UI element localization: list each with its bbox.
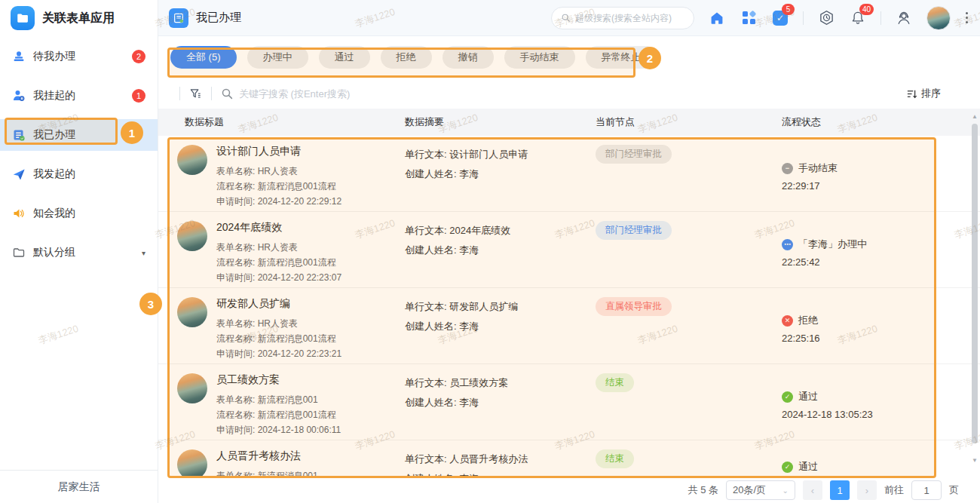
divider bbox=[211, 87, 212, 100]
notifications-button[interactable]: 40 bbox=[849, 9, 867, 27]
folder-outline-icon bbox=[12, 246, 26, 259]
current-page-button[interactable]: 1 bbox=[830, 480, 850, 500]
record-flow-name: 流程名称: 新流程消息001流程 bbox=[216, 179, 341, 194]
global-search-input[interactable] bbox=[575, 13, 684, 23]
status-label: 手动结束 bbox=[798, 161, 838, 175]
status-rejected-icon bbox=[782, 315, 793, 327]
page-size-value: 20条/页 bbox=[733, 483, 766, 497]
sidebar-item-cc[interactable]: 知会我的 bbox=[0, 198, 158, 229]
sidebar-item-todo[interactable]: 待我办理 2 bbox=[0, 41, 158, 72]
status-time: 2024-12-18 13:05:23 bbox=[782, 409, 980, 420]
next-page-button[interactable] bbox=[857, 480, 877, 500]
tab-rejected[interactable]: 拒绝 bbox=[381, 46, 432, 69]
record-form-name: 表单名称: HR人资表 bbox=[216, 240, 341, 255]
page-title: 我已办理 bbox=[196, 11, 241, 25]
filter-funnel-button[interactable] bbox=[189, 87, 202, 100]
table-row[interactable]: 人员晋升考核办法 表单名称: 新流程消息001 单行文本: 人员晋升考核办法 创… bbox=[158, 440, 980, 477]
tab-approved[interactable]: 通过 bbox=[319, 46, 370, 69]
goto-label: 前往 bbox=[884, 483, 904, 497]
current-node-badge: 结束 bbox=[596, 449, 634, 468]
user-avatar[interactable] bbox=[926, 6, 951, 30]
record-summary-line: 创建人姓名: 李海 bbox=[405, 164, 580, 184]
record-summary-line: 单行文本: 2024年底绩效 bbox=[405, 221, 580, 241]
app-logo-row: 关联表单应用 bbox=[0, 0, 158, 36]
sidebar-item-label: 我发起的 bbox=[33, 167, 75, 181]
table-row[interactable]: 研发部人员扩编 表单名称: HR人资表 流程名称: 新流程消息001流程 申请时… bbox=[158, 288, 980, 364]
scrollbar[interactable]: ▲ ▼ bbox=[971, 113, 978, 465]
record-avatar bbox=[177, 297, 207, 327]
sidebar-item-default-group[interactable]: 默认分组 ▾ bbox=[0, 237, 158, 268]
sidebar-item-label: 待我办理 bbox=[33, 50, 75, 63]
record-form-name: 表单名称: HR人资表 bbox=[216, 316, 341, 331]
record-apply-time: 申请时间: 2024-12-20 22:23:21 bbox=[216, 346, 341, 361]
table-row[interactable]: 2024年底绩效 表单名称: HR人资表 流程名称: 新流程消息001流程 申请… bbox=[158, 212, 980, 288]
tab-abnormal-end[interactable]: 异常终止 bbox=[586, 46, 657, 69]
attendance-clock-button[interactable] bbox=[817, 9, 835, 27]
prev-page-button[interactable] bbox=[803, 480, 822, 500]
sidebar-item-label: 我挂起的 bbox=[33, 89, 75, 103]
column-header-title: 数据标题 bbox=[177, 115, 390, 129]
divider bbox=[803, 11, 804, 25]
table-row[interactable]: 设计部门人员申请 表单名称: HR人资表 流程名称: 新流程消息001流程 申请… bbox=[158, 136, 980, 212]
page-form-icon bbox=[169, 8, 188, 28]
record-avatar bbox=[177, 145, 207, 175]
status-time: 22:29:17 bbox=[782, 180, 980, 192]
current-node-badge: 直属领导审批 bbox=[596, 297, 672, 316]
stamp-icon bbox=[12, 50, 26, 63]
home-button[interactable] bbox=[708, 9, 726, 27]
sort-label: 排序 bbox=[921, 87, 941, 100]
tasks-button[interactable]: 5 bbox=[771, 9, 789, 27]
status-label: 「李海」办理中 bbox=[798, 238, 867, 251]
chevron-down-icon[interactable]: ▾ bbox=[142, 249, 145, 257]
status-processing-icon bbox=[782, 239, 793, 250]
sort-icon bbox=[906, 88, 917, 100]
scroll-down-icon[interactable]: ▼ bbox=[971, 457, 978, 465]
record-flow-name: 流程名称: 新流程消息001流程 bbox=[216, 255, 341, 270]
current-node-badge: 部门经理审批 bbox=[596, 145, 672, 164]
tab-manual-end[interactable]: 手动结束 bbox=[504, 46, 575, 69]
apps-grid-icon bbox=[743, 11, 755, 24]
record-summary-line: 创建人姓名: 李海 bbox=[405, 393, 580, 413]
record-summary-line: 创建人姓名: 李海 bbox=[405, 241, 580, 260]
record-summary-line: 创建人姓名: 李海 bbox=[405, 469, 580, 477]
paper-plane-icon bbox=[12, 167, 26, 181]
record-avatar bbox=[177, 221, 207, 251]
tab-in-progress[interactable]: 办理中 bbox=[247, 46, 308, 69]
scrollbar-thumb[interactable] bbox=[972, 124, 978, 443]
sidebar-item-handled[interactable]: 我已办理 bbox=[0, 119, 158, 151]
person-pause-icon bbox=[12, 89, 26, 103]
record-apply-time: 申请时间: 2024-12-20 22:23:07 bbox=[216, 270, 341, 285]
keyword-search-icon bbox=[221, 87, 233, 100]
record-title: 人员晋升考核办法 bbox=[216, 449, 318, 463]
page-size-select[interactable]: 20条/页 ⌄ bbox=[726, 480, 795, 500]
list-toolbar: 排序 bbox=[158, 78, 980, 109]
todo-count-badge: 2 bbox=[132, 50, 145, 63]
more-menu-button[interactable] bbox=[964, 11, 969, 25]
record-title: 2024年底绩效 bbox=[216, 221, 341, 235]
table-row[interactable]: 员工绩效方案 表单名称: 新流程消息001 流程名称: 新流程消息001流程 申… bbox=[158, 364, 980, 440]
record-summary-line: 单行文本: 人员晋升考核办法 bbox=[405, 449, 580, 469]
sidebar-item-label: 我已办理 bbox=[33, 128, 75, 142]
goto-page-input[interactable] bbox=[911, 480, 942, 500]
scroll-up-icon[interactable]: ▲ bbox=[971, 113, 978, 121]
record-summary-line: 创建人姓名: 李海 bbox=[405, 317, 580, 336]
handled-form-icon bbox=[12, 128, 26, 142]
topbar-actions: 5 40 bbox=[551, 6, 969, 30]
sidebar-item-initiated[interactable]: 我发起的 bbox=[0, 158, 158, 190]
tab-revoked[interactable]: 撤销 bbox=[443, 46, 494, 69]
app-logo-folder-icon bbox=[11, 6, 35, 30]
speaker-icon bbox=[12, 207, 26, 220]
customer-service-button[interactable] bbox=[895, 9, 913, 27]
apps-grid-button[interactable] bbox=[740, 9, 758, 27]
search-icon bbox=[561, 13, 571, 23]
record-summary-line: 单行文本: 研发部人员扩编 bbox=[405, 297, 580, 317]
current-node-badge: 结束 bbox=[596, 373, 634, 392]
keyword-search-input[interactable] bbox=[239, 88, 480, 100]
sort-button[interactable]: 排序 bbox=[906, 87, 941, 100]
record-apply-time: 申请时间: 2024-12-20 22:29:12 bbox=[216, 194, 341, 209]
record-form-name: 表单名称: HR人资表 bbox=[216, 164, 341, 179]
sidebar: 关联表单应用 待我办理 2 我挂起的 1 我已办理 bbox=[0, 0, 158, 503]
tab-all[interactable]: 全部 (5) bbox=[170, 46, 237, 69]
sidebar-item-suspended[interactable]: 我挂起的 1 bbox=[0, 80, 158, 112]
global-search[interactable] bbox=[551, 7, 694, 29]
